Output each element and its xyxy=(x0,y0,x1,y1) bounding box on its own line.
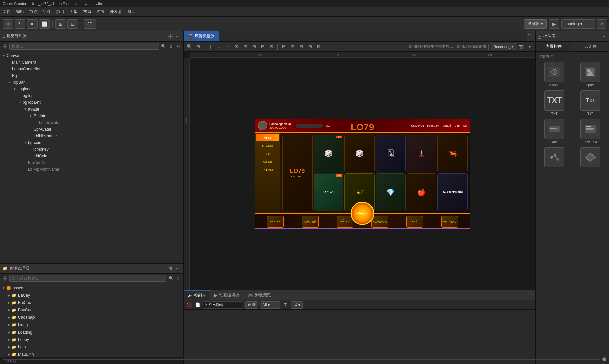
tree-item-bgtopleft[interactable]: bgTopLeft xyxy=(0,99,183,106)
tree-item-bg[interactable]: Bg xyxy=(0,72,183,79)
asset-item-maubinh[interactable]: 📁 MauBinh xyxy=(0,351,183,357)
assets-search-input[interactable] xyxy=(9,275,166,282)
ruler-button[interactable]: | xyxy=(207,43,214,50)
tree-item-avatar[interactable]: avatar xyxy=(0,106,183,113)
scene-dist-5[interactable]: ⊠ xyxy=(315,43,322,50)
console-filter-dropdown[interactable]: All ▾ xyxy=(260,301,280,309)
camera-icon[interactable]: 📷 xyxy=(517,43,525,50)
comp-slider-thumb[interactable] xyxy=(602,357,606,361)
scene-align-1[interactable]: ⊠ xyxy=(233,43,240,50)
menu-file[interactable]: 文件 xyxy=(3,9,11,15)
comp-item-txt[interactable]: TXT TXT xyxy=(538,90,571,116)
assets-options-btn[interactable]: ⋯ xyxy=(175,266,181,272)
hierarchy-add-small-btn[interactable]: ➕ xyxy=(2,43,8,49)
comp-item-txta[interactable]: T xT TxT xyxy=(574,90,607,116)
menu-node[interactable]: 节点 xyxy=(29,9,38,15)
tree-item-bgtop[interactable]: bgTop xyxy=(0,92,183,99)
scene-align-4[interactable]: ⊟ xyxy=(259,43,266,50)
anchor-button[interactable]: ⊟ xyxy=(67,19,78,29)
anchor-v-button[interactable]: ↔ xyxy=(224,43,231,50)
scene-panel-options[interactable]: ⋯ xyxy=(527,31,533,38)
anchor-h-button[interactable]: ↕ xyxy=(215,43,223,50)
refresh-scene-button[interactable]: ↻ xyxy=(15,19,25,29)
tree-item-boderavatar[interactable]: boderAvatar xyxy=(0,119,183,126)
rendering-dropdown[interactable]: Rendering ▾ xyxy=(491,43,516,50)
assets-add-btn[interactable]: ⊞ xyxy=(167,266,173,272)
box-button[interactable]: ⬜ xyxy=(39,19,50,29)
asset-item-lieng[interactable]: 📁 Lieng xyxy=(0,321,183,329)
asset-item-lobby[interactable]: 📁 Lobby xyxy=(0,336,183,343)
loading-dropdown[interactable]: Loading ▾ xyxy=(561,19,595,29)
console-file-btn[interactable]: 📄 xyxy=(194,302,201,308)
tree-item-lblcoin[interactable]: LblCoin xyxy=(0,153,183,159)
scene-align-3[interactable]: ⊞ xyxy=(250,43,258,50)
console-regex-btn[interactable]: 正则 xyxy=(245,301,258,309)
menu-developer[interactable]: 开发者 xyxy=(110,9,122,15)
comp-tab-builtin[interactable]: 内置控件 xyxy=(536,42,572,51)
asset-item-loading[interactable]: 📁 Loading xyxy=(0,329,183,336)
scene-more-icon[interactable]: ▾ xyxy=(526,43,533,50)
tree-item-lobby-controller[interactable]: LobbyController xyxy=(0,66,183,72)
transform-button[interactable]: ⊞ xyxy=(55,19,66,29)
comp-item-label[interactable]: Label xyxy=(538,119,571,144)
search-icon[interactable]: 🔍 xyxy=(160,43,166,49)
scene-dist-2[interactable]: ⊡ xyxy=(289,43,296,50)
tree-item-spravatar[interactable]: SprAvatar xyxy=(0,126,183,133)
hierarchy-options-btn[interactable]: ⋯ xyxy=(175,33,181,40)
scene-dist-4[interactable]: ⊟ xyxy=(306,43,314,50)
asset-item-bacay[interactable]: 📁 BaCay xyxy=(0,292,183,299)
tree-item-main-camera[interactable]: Main Camera xyxy=(0,59,183,66)
scene-canvas[interactable]: 500 0 500 1,000 500 xyxy=(184,52,535,290)
zoom-out-button[interactable]: 🔍 xyxy=(186,43,193,50)
console-tab-game[interactable]: 🎮 游戏预览 xyxy=(244,290,275,300)
scene-align-2[interactable]: ⊡ xyxy=(242,43,249,50)
menu-panel[interactable]: 面板 xyxy=(70,9,78,15)
comp-tab-cloud[interactable]: 云组件 xyxy=(572,42,609,51)
menu-edit[interactable]: 编辑 xyxy=(16,9,24,15)
menu-help[interactable]: 帮助 xyxy=(127,9,135,15)
assets-search-icon[interactable]: 🔍 xyxy=(168,275,174,281)
comp-item-richtext[interactable]: Rich Text xyxy=(574,119,607,144)
play-button[interactable]: ▶ xyxy=(549,19,559,29)
tree-item-lblvippointname[interactable]: LblVipPointName xyxy=(0,166,183,173)
scene-tab-editor[interactable]: 🎬 场景编辑器 xyxy=(184,31,219,41)
3d-button[interactable]: 3D xyxy=(84,19,96,29)
tree-item-btninfo[interactable]: BtnInfo xyxy=(0,113,183,119)
asset-item-caothap[interactable]: 📁 CaoThap xyxy=(0,314,183,321)
tree-item-icmoney[interactable]: icMoney xyxy=(0,146,183,153)
console-clear-btn[interactable]: 🚫 xyxy=(186,302,192,308)
menu-extend[interactable]: 扩展 xyxy=(96,9,105,15)
comp-item-diamond[interactable] xyxy=(574,147,607,167)
console-tab-animation[interactable]: ▶ 动画编辑器 xyxy=(210,290,244,300)
hierarchy-filter-icon[interactable]: ⊙ xyxy=(168,43,174,49)
reload-button[interactable]: ⟳ xyxy=(597,19,606,29)
scene-dist-1[interactable]: ⊞ xyxy=(280,43,287,50)
console-tab-main[interactable]: ≫ 控制台 xyxy=(184,290,210,300)
tree-item-btnaddcoin[interactable]: BtnAddCoin xyxy=(0,159,183,166)
tree-item-lblnickname[interactable]: LblNickname xyxy=(0,133,183,139)
console-input[interactable]: 89YE源码 xyxy=(203,301,243,309)
scene-align-5[interactable]: ⊠ xyxy=(268,43,275,50)
scene-dist-3[interactable]: ⊞ xyxy=(297,43,305,50)
hierarchy-add-btn[interactable]: ➕ xyxy=(167,33,173,40)
menu-component[interactable]: 组件 xyxy=(43,9,51,15)
hierarchy-search-input[interactable] xyxy=(9,43,159,50)
assets-sort-icon[interactable]: ⇅ xyxy=(175,275,181,281)
zoom-fit-button[interactable]: ⊟ xyxy=(194,43,202,50)
menu-layout[interactable]: 布局 xyxy=(83,9,91,15)
asset-item-baicao[interactable]: 📁 BaiCao xyxy=(0,299,183,306)
tree-item-bgcoin[interactable]: bg coin xyxy=(0,139,183,146)
browser-button[interactable]: 浏览器 ▾ xyxy=(524,19,547,29)
menu-project[interactable]: 项目 xyxy=(56,9,64,15)
asset-item-loto[interactable]: 📁 Loto xyxy=(0,343,183,351)
comp-item-splash[interactable]: Splash ... xyxy=(538,62,571,87)
tree-item-canvas[interactable]: Canvas xyxy=(0,52,183,59)
tree-item-topbar[interactable]: TopBar xyxy=(0,79,183,86)
add-button[interactable]: ➕ xyxy=(3,19,13,29)
console-num-input[interactable]: 14 ▾ xyxy=(291,301,303,309)
comp-item-dots[interactable] xyxy=(538,147,571,167)
hierarchy-refresh-icon[interactable]: ↻ xyxy=(175,43,181,49)
close-button[interactable]: ✕ xyxy=(27,19,38,29)
asset-item-assets[interactable]: 🟠 assets xyxy=(0,284,183,292)
comp-item-sprite[interactable]: Sprite xyxy=(574,62,607,87)
